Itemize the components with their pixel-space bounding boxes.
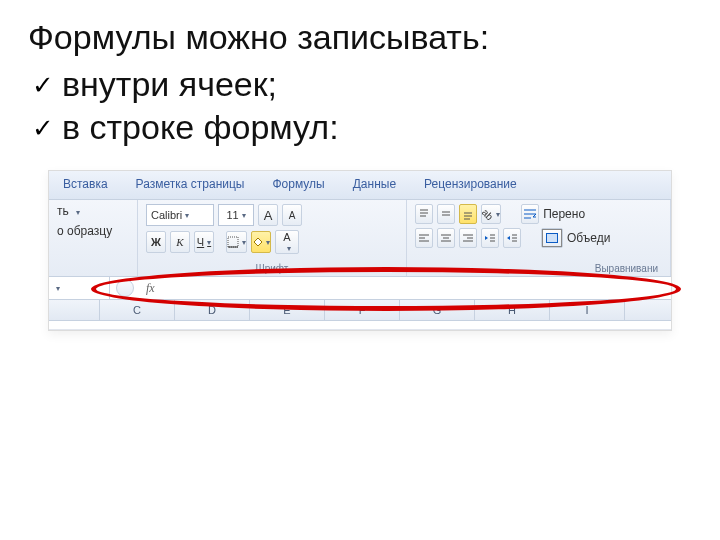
col-D[interactable]: D	[175, 300, 250, 320]
column-headers: C D E F G H I	[49, 300, 671, 321]
align-top-button[interactable]	[415, 204, 433, 224]
decrease-indent-button[interactable]	[481, 228, 499, 248]
bucket-icon	[253, 237, 263, 247]
wrap-text-icon	[523, 208, 537, 220]
group-label-clipboard	[57, 263, 129, 274]
fill-color-button[interactable]	[251, 231, 271, 253]
slide-title: Формулы можно записывать:	[28, 18, 692, 57]
formula-input[interactable]	[161, 277, 671, 299]
font-color-button[interactable]: А	[275, 230, 299, 254]
col-gutter[interactable]	[49, 300, 100, 320]
wrap-text-button[interactable]	[521, 204, 539, 224]
col-H[interactable]: H	[475, 300, 550, 320]
col-E[interactable]: E	[250, 300, 325, 320]
font-color-letter: А	[283, 232, 290, 243]
grid-row[interactable]	[49, 321, 671, 330]
align-middle-icon	[440, 208, 452, 220]
increase-indent-button[interactable]	[503, 228, 521, 248]
underline-button[interactable]: Ч	[194, 231, 214, 253]
bullet-1-text: внутри ячеек;	[62, 65, 277, 103]
group-font: Calibri 11 А А Ж К Ч	[138, 200, 407, 276]
col-C[interactable]: C	[100, 300, 175, 320]
indent-left-icon	[484, 232, 496, 244]
shrink-font-button[interactable]: А	[282, 204, 302, 226]
svg-rect-0	[228, 237, 238, 247]
border-button[interactable]	[226, 231, 247, 253]
bullet-2: ✓в строке формул:	[32, 106, 692, 149]
bullet-2-text: в строке формул:	[62, 108, 339, 146]
align-center-button[interactable]	[437, 228, 455, 248]
excel-screenshot: Вставка Разметка страницы Формулы Данные…	[48, 170, 672, 331]
ribbon-tabs: Вставка Разметка страницы Формулы Данные…	[49, 171, 671, 200]
col-F[interactable]: F	[325, 300, 400, 320]
paste-button-fragment[interactable]: ть	[57, 204, 69, 218]
merge-label: Объеди	[567, 231, 610, 245]
group-label-font: Шрифт	[146, 263, 398, 274]
tab-review[interactable]: Рецензирование	[410, 171, 531, 199]
tab-data[interactable]: Данные	[339, 171, 410, 199]
orientation-button[interactable]: ab	[481, 204, 501, 224]
align-bottom-icon	[462, 208, 474, 220]
align-bottom-button[interactable]	[459, 204, 477, 224]
font-name-combo[interactable]: Calibri	[146, 204, 214, 226]
align-right-button[interactable]	[459, 228, 477, 248]
font-size-combo[interactable]: 11	[218, 204, 254, 226]
col-I[interactable]: I	[550, 300, 625, 320]
formula-bar: fx	[49, 277, 671, 300]
align-center-icon	[440, 232, 452, 244]
indent-right-icon	[506, 232, 518, 244]
align-left-icon	[418, 232, 430, 244]
align-right-icon	[462, 232, 474, 244]
insert-function-round[interactable]	[116, 279, 134, 297]
border-icon	[227, 236, 239, 248]
fx-icon[interactable]: fx	[146, 281, 155, 296]
grow-font-button[interactable]: А	[258, 204, 278, 226]
wrap-text-label: Перено	[543, 207, 585, 221]
ribbon-body: ть о образцу Calibri 11 А А	[49, 200, 671, 277]
group-clipboard: ть о образцу	[49, 200, 138, 276]
dropdown-icon[interactable]	[73, 204, 80, 218]
tab-page-layout[interactable]: Разметка страницы	[122, 171, 259, 199]
tab-insert[interactable]: Вставка	[49, 171, 122, 199]
check-icon: ✓	[32, 69, 54, 102]
check-icon: ✓	[32, 112, 54, 145]
group-label-alignment: Выравнивани	[415, 263, 662, 274]
group-alignment: ab Перено	[407, 200, 671, 276]
orientation-icon: ab	[480, 206, 496, 222]
tab-formulas[interactable]: Формулы	[258, 171, 338, 199]
align-middle-button[interactable]	[437, 204, 455, 224]
bullet-list: ✓внутри ячеек; ✓в строке формул:	[32, 63, 692, 148]
format-painter-fragment[interactable]: о образцу	[57, 224, 112, 238]
merge-icon	[542, 229, 562, 247]
col-G[interactable]: G	[400, 300, 475, 320]
bold-button[interactable]: Ж	[146, 231, 166, 253]
align-left-button[interactable]	[415, 228, 433, 248]
align-top-icon	[418, 208, 430, 220]
bullet-1: ✓внутри ячеек;	[32, 63, 692, 106]
italic-button[interactable]: К	[170, 231, 190, 253]
merge-button[interactable]	[541, 228, 563, 248]
name-box[interactable]	[49, 277, 110, 299]
